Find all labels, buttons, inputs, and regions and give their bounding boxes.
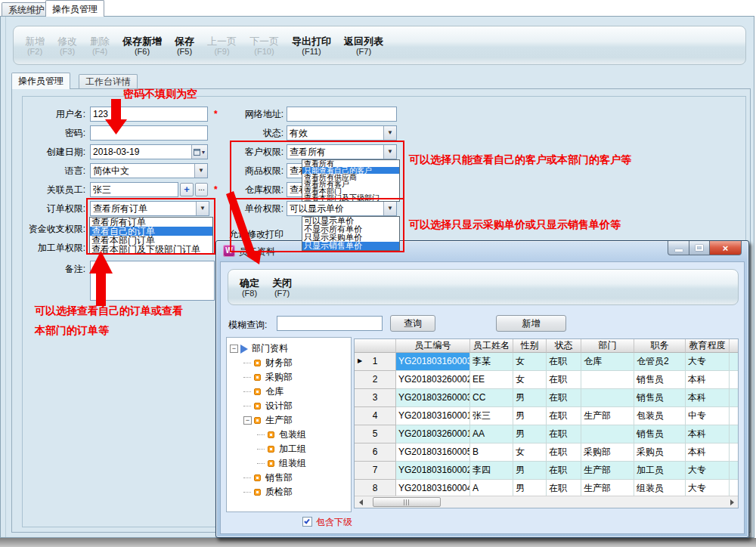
order-perm-select[interactable]: 查看所有订单 ▼ xyxy=(90,201,209,216)
grid-column-header[interactable]: 教育程度 xyxy=(686,339,730,353)
table-row[interactable]: 7YG201803160002李四男在职生产部加工员大专 xyxy=(355,462,738,480)
grid-column-header[interactable]: 员工编号 xyxy=(396,339,470,353)
close-button[interactable]: × xyxy=(710,241,742,255)
table-cell[interactable]: 在职 xyxy=(547,389,581,407)
customer-perm-select[interactable]: 查看所有 ▼ xyxy=(287,144,397,159)
grid-column-header[interactable]: 性别 xyxy=(513,339,547,353)
grid-column-header[interactable]: 部门 xyxy=(581,339,634,353)
row-header-cell[interactable]: 6 xyxy=(355,443,396,462)
add-employee-button[interactable]: + xyxy=(180,183,194,196)
toolbar-button[interactable]: 返回列表(F7) xyxy=(339,32,389,59)
toolbar-button[interactable]: 保存新增(F6) xyxy=(117,32,167,59)
table-cell[interactable]: YG201803160005 xyxy=(396,443,470,462)
toolbar-button[interactable]: 上一页(F9) xyxy=(202,32,242,59)
row-header-cell[interactable]: 4 xyxy=(355,407,396,425)
table-cell[interactable]: 本科 xyxy=(686,425,730,443)
table-cell[interactable]: 中专 xyxy=(686,407,730,425)
tree-item[interactable]: 组装组 xyxy=(227,456,351,471)
row-header-cell[interactable]: 5 xyxy=(355,425,396,443)
table-cell[interactable]: 张三 xyxy=(470,407,513,425)
tree-item[interactable]: 销售部 xyxy=(227,471,351,485)
dropdown-option[interactable]: 查看本部门订单 xyxy=(90,236,212,245)
table-row[interactable]: 4YG201803160001张三男在职生产部包装员中专 xyxy=(355,407,738,425)
dropdown-option[interactable]: 可以显示单价 xyxy=(302,217,399,225)
tree-item[interactable]: 包装组 xyxy=(227,428,351,442)
table-cell[interactable]: 在职 xyxy=(547,371,581,389)
table-cell[interactable]: 李四 xyxy=(470,462,513,480)
chevron-down-icon[interactable]: ▼ xyxy=(383,126,396,140)
toolbar-button[interactable]: 新增(F2) xyxy=(20,32,50,59)
table-cell[interactable]: 在职 xyxy=(547,443,581,462)
toolbar-button[interactable]: 下一页(F10) xyxy=(244,32,284,59)
dropdown-option[interactable]: 只能查看自己的客户 xyxy=(302,167,399,174)
page-tab-operator[interactable]: 操作员管理 xyxy=(11,73,70,89)
scroll-left-icon[interactable] xyxy=(356,498,365,507)
row-header-cell[interactable]: ▶1 xyxy=(355,353,396,371)
row-header-cell[interactable]: 7 xyxy=(355,462,396,480)
chevron-down-icon[interactable]: ▼ xyxy=(383,202,396,215)
table-cell[interactable]: B xyxy=(470,443,513,462)
confirm-button[interactable]: 确定 (F8) xyxy=(234,274,265,301)
table-cell[interactable]: 本科 xyxy=(686,389,730,407)
network-input[interactable] xyxy=(287,107,397,122)
tree-item[interactable]: 加工组 xyxy=(227,442,351,456)
table-cell[interactable]: 男 xyxy=(513,407,547,425)
table-cell[interactable]: 在职 xyxy=(547,425,581,443)
tree-expander-icon[interactable]: − xyxy=(230,345,238,353)
table-cell[interactable]: AA xyxy=(470,425,513,443)
table-cell[interactable]: YG201803160001 xyxy=(396,407,470,425)
dropdown-option[interactable]: 查看所有订单 xyxy=(90,218,212,227)
table-cell[interactable]: 包装员 xyxy=(634,407,686,425)
table-cell[interactable]: 生产部 xyxy=(581,407,634,425)
table-row[interactable]: 6YG201803160005B女在职采购部采购员本科 xyxy=(355,443,738,462)
table-cell[interactable]: 男 xyxy=(513,462,547,480)
toolbar-button[interactable]: 保存(F5) xyxy=(169,32,200,59)
dropdown-option[interactable]: 不显示所有单价 xyxy=(302,225,399,233)
table-row[interactable]: 2YG201803260002EE女在职销售员本科 xyxy=(355,371,738,389)
password-input[interactable] xyxy=(90,125,208,141)
table-cell[interactable]: 本科 xyxy=(686,443,730,462)
table-cell[interactable]: 采购部 xyxy=(581,443,634,462)
scroll-right-icon[interactable] xyxy=(727,498,736,507)
grid-column-header[interactable]: 员工姓名 xyxy=(470,339,513,353)
tree-item[interactable]: 财务部 xyxy=(227,356,351,370)
remark-textarea[interactable] xyxy=(90,261,215,301)
table-cell[interactable]: 本科 xyxy=(686,371,730,389)
dropdown-option[interactable]: 只显示采购单价 xyxy=(302,233,399,242)
table-cell[interactable]: 女 xyxy=(513,443,547,462)
price-perm-select[interactable]: 可以显示单价 ▼ xyxy=(287,201,397,216)
row-header-cell[interactable]: 2 xyxy=(355,371,396,389)
fuzzy-search-input[interactable] xyxy=(277,316,383,331)
table-cell[interactable]: YG201803260002 xyxy=(396,371,470,389)
query-button[interactable]: 查询 xyxy=(390,315,435,332)
row-header-cell[interactable]: 3 xyxy=(355,389,396,407)
tree-item[interactable]: 设计部 xyxy=(227,399,351,413)
toolbar-button[interactable]: 删除(F4) xyxy=(85,32,115,59)
dropdown-option[interactable]: 查看自己的订单 xyxy=(90,227,212,236)
table-cell[interactable]: YG201803160002 xyxy=(396,462,470,480)
table-cell[interactable]: EE xyxy=(470,371,513,389)
table-row[interactable]: 3YG201803260003CC男在职销售员本科 xyxy=(355,389,738,407)
table-cell[interactable]: YG201803260001 xyxy=(396,425,470,443)
table-cell[interactable]: 在职 xyxy=(547,462,581,480)
grid-column-header[interactable]: 职务 xyxy=(634,339,686,353)
new-employee-button[interactable]: 新增 xyxy=(496,315,566,332)
table-cell[interactable]: 在职 xyxy=(547,407,581,425)
tree-item[interactable]: −生产部 xyxy=(227,413,351,428)
table-cell[interactable]: 男 xyxy=(513,425,547,443)
dropdown-option[interactable]: 查看本部门及下级部门订单 xyxy=(90,245,212,254)
status-select[interactable]: 有效 ▼ xyxy=(287,125,397,141)
table-cell[interactable]: 女 xyxy=(513,371,547,389)
maximize-button[interactable] xyxy=(689,241,710,255)
toolbar-button[interactable]: 导出打印(F11) xyxy=(287,32,336,59)
table-cell[interactable] xyxy=(581,371,634,389)
dropdown-option[interactable]: 查看本部门及下级部门 xyxy=(302,194,399,201)
tree-item[interactable]: 质检部 xyxy=(227,485,351,499)
table-cell[interactable]: 生产部 xyxy=(581,462,634,480)
dropdown-option[interactable]: 只显示销售单价 xyxy=(302,242,399,250)
table-cell[interactable]: 大专 xyxy=(686,353,730,371)
table-cell[interactable]: CC xyxy=(470,389,513,407)
table-cell[interactable]: 仓库 xyxy=(581,353,634,371)
language-select[interactable]: 简体中文 ▼ xyxy=(90,163,208,178)
table-cell[interactable] xyxy=(581,425,634,443)
